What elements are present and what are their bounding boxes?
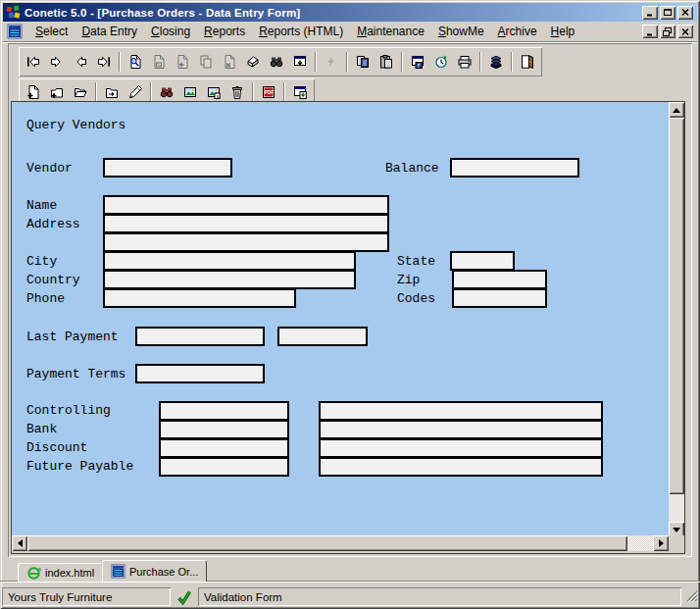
doc-add-icon <box>175 54 190 70</box>
balance-input[interactable] <box>450 158 579 178</box>
tab-label: Purchase Or... <box>129 566 198 578</box>
doc-copy-button[interactable] <box>194 50 218 74</box>
controlling-input-2[interactable] <box>319 401 603 421</box>
bank-input-2[interactable] <box>319 420 603 439</box>
printer-button[interactable] <box>453 50 476 74</box>
horizontal-scroll-track[interactable] <box>627 535 653 551</box>
menu-item-reports[interactable]: Reports <box>197 23 252 40</box>
last-payment-input-2[interactable] <box>277 327 368 346</box>
stack-button[interactable] <box>484 50 508 74</box>
mdi-close-button[interactable] <box>677 25 693 38</box>
tab-bar: index.htmlPurchase Or... <box>0 558 700 582</box>
codes-input[interactable] <box>452 288 547 308</box>
future-payable-input-1[interactable] <box>159 457 289 477</box>
eraser-icon <box>245 54 261 70</box>
menu-item-data-entry[interactable]: Data Entry <box>75 23 144 40</box>
country-input[interactable] <box>103 270 356 289</box>
close-button[interactable] <box>677 6 693 20</box>
maximize-button[interactable] <box>660 6 675 20</box>
address-input-1[interactable] <box>103 214 389 233</box>
doc-save-button[interactable] <box>147 50 171 74</box>
menu-item-archive[interactable]: Archive <box>491 23 544 40</box>
controlling-input-1[interactable] <box>159 401 289 421</box>
lightning-button[interactable] <box>320 50 343 74</box>
toolbar-separator <box>252 82 254 102</box>
menu-item-showme[interactable]: ShowMe <box>431 23 491 40</box>
pen-button[interactable] <box>124 81 147 103</box>
nav-prev-button[interactable] <box>69 50 92 74</box>
nav-next-button[interactable] <box>45 50 69 74</box>
folder-plus-icon <box>49 84 65 100</box>
bank-input-1[interactable] <box>159 420 289 439</box>
lightning-icon <box>324 54 339 70</box>
scroll-left-button[interactable] <box>12 535 27 551</box>
doc-add-button[interactable] <box>171 50 194 74</box>
name-input[interactable] <box>103 195 389 215</box>
zip-input[interactable] <box>452 270 547 289</box>
menu-item-closing[interactable]: Closing <box>144 23 197 40</box>
menu-item-select[interactable]: Select <box>28 23 75 40</box>
controlling-label: Controlling <box>26 403 111 419</box>
image-button[interactable] <box>178 81 202 103</box>
window-title: Conetic 5.0 - [Purchase Orders - Data En… <box>25 7 642 19</box>
clock-refresh-button[interactable] <box>429 50 453 74</box>
menu-item-help[interactable]: Help <box>544 23 582 40</box>
future-payable-input-2[interactable] <box>319 457 603 477</box>
paste-button[interactable] <box>375 50 398 74</box>
pdf-button[interactable]: PDF <box>257 81 280 103</box>
folder-open-button[interactable] <box>69 81 92 103</box>
horizontal-scroll-thumb[interactable] <box>27 535 627 551</box>
doc-delete-button[interactable] <box>218 50 241 74</box>
mdi-minimize-button[interactable] <box>642 25 658 38</box>
toolbar-separator <box>150 82 152 102</box>
trash-button[interactable] <box>225 81 249 103</box>
folder-arrow-button[interactable] <box>100 81 124 103</box>
vendor-input[interactable] <box>103 158 232 178</box>
scroll-right-button[interactable] <box>653 535 669 551</box>
mdi-client-area: F sPDF Query Vendors VendorBalanceNameAd… <box>8 43 692 557</box>
menu-item-maintenance[interactable]: Maintenance <box>350 23 431 40</box>
toolbar-separator <box>119 52 121 72</box>
vertical-scrollbar[interactable] <box>669 102 684 537</box>
export-window-button[interactable] <box>288 81 312 103</box>
image-s-button[interactable]: s <box>202 81 225 103</box>
address-input-2[interactable] <box>103 232 389 252</box>
horizontal-scrollbar[interactable] <box>12 535 669 551</box>
bank-label: Bank <box>26 422 57 437</box>
discount-input-1[interactable] <box>159 438 289 458</box>
nav-last-button[interactable] <box>92 50 116 74</box>
doc-plus-button[interactable] <box>22 81 45 103</box>
query-doc-button[interactable] <box>124 50 147 74</box>
export-window-icon <box>292 84 308 100</box>
nav-first-button[interactable] <box>22 50 45 74</box>
scroll-up-button[interactable] <box>669 102 684 118</box>
binoculars-red-button[interactable] <box>155 81 178 103</box>
discount-input-2[interactable] <box>319 438 603 458</box>
tab-purchase-or[interactable]: Purchase Or... <box>102 560 207 582</box>
last-payment-input-1[interactable] <box>135 327 265 346</box>
menu-item-reports-html[interactable]: Reports (HTML) <box>252 23 350 40</box>
window-f-button[interactable]: F <box>406 50 429 74</box>
svg-text:F: F <box>418 63 421 69</box>
window-arrow-button[interactable] <box>288 50 312 74</box>
query-vendors-form: Query Vendors VendorBalanceNameAddressCi… <box>12 102 669 537</box>
tab-index-html[interactable]: index.html <box>18 563 103 582</box>
binoculars-button[interactable] <box>265 50 288 74</box>
minimize-button[interactable] <box>642 6 658 20</box>
binoculars-icon <box>269 54 284 70</box>
folder-plus-button[interactable] <box>45 81 69 103</box>
title-bar: Conetic 5.0 - [Purchase Orders - Data En… <box>3 3 697 22</box>
resize-grip[interactable] <box>684 588 698 607</box>
city-input[interactable] <box>103 251 356 271</box>
copy-button[interactable] <box>351 50 375 74</box>
vertical-scroll-track[interactable] <box>669 494 684 522</box>
down-arrow-icon <box>673 528 680 533</box>
state-input[interactable] <box>450 251 515 271</box>
exit-door-button[interactable] <box>516 50 539 74</box>
folder-open-icon <box>73 84 88 100</box>
payment-terms-input[interactable] <box>135 364 265 383</box>
mdi-restore-button[interactable] <box>660 25 675 38</box>
phone-input[interactable] <box>103 288 296 308</box>
eraser-button[interactable] <box>241 50 265 74</box>
vertical-scroll-thumb[interactable] <box>669 118 684 494</box>
